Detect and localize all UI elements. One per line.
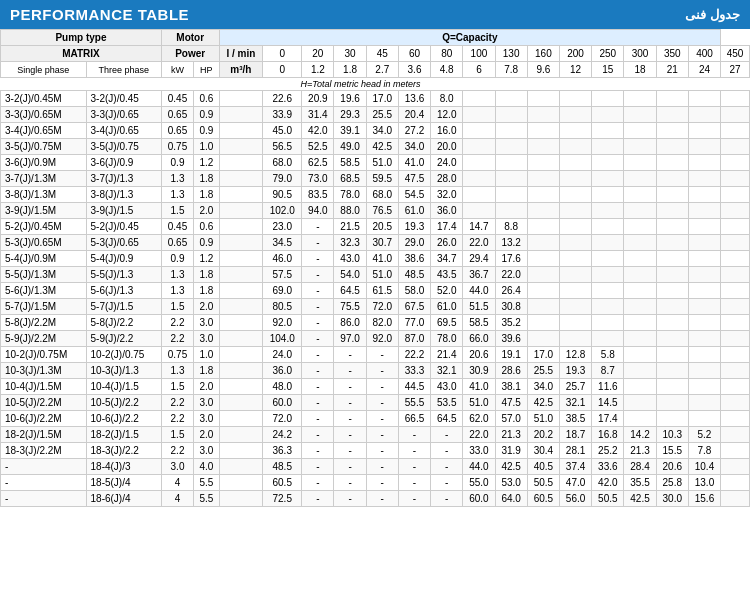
table-cell bbox=[656, 267, 688, 283]
table-cell: 94.0 bbox=[302, 203, 334, 219]
table-cell: 42.0 bbox=[302, 123, 334, 139]
table-cell: 62.5 bbox=[302, 155, 334, 171]
table-cell: 5-9(J)/2.2 bbox=[86, 331, 161, 347]
table-cell: 83.5 bbox=[302, 187, 334, 203]
table-cell bbox=[559, 331, 591, 347]
table-cell: 3-6(J)/0.9M bbox=[1, 155, 87, 171]
m3-24: 24 bbox=[688, 62, 720, 78]
table-cell bbox=[495, 203, 527, 219]
table-cell: 20.5 bbox=[366, 219, 398, 235]
table-cell: 30.4 bbox=[527, 443, 559, 459]
table-cell: 30.7 bbox=[366, 235, 398, 251]
table-cell: 43.0 bbox=[334, 251, 366, 267]
matrix-label: MATRIX bbox=[1, 46, 162, 62]
table-cell: 50.5 bbox=[527, 475, 559, 491]
table-cell bbox=[559, 107, 591, 123]
table-cell: 0.65 bbox=[161, 107, 193, 123]
m3-0: 0 bbox=[263, 62, 302, 78]
header: PERFORMANCE TABLE جدول فنی bbox=[0, 0, 750, 29]
table-cell: 29.0 bbox=[398, 235, 430, 251]
table-cell: 13.6 bbox=[398, 91, 430, 107]
table-cell: 55.5 bbox=[398, 395, 430, 411]
table-cell bbox=[527, 123, 559, 139]
table-cell: 5.8 bbox=[592, 347, 624, 363]
table-cell bbox=[219, 219, 263, 235]
table-cell bbox=[624, 107, 656, 123]
table-cell: 5-7(J)/1.5 bbox=[86, 299, 161, 315]
table-cell: - bbox=[398, 427, 430, 443]
table-cell bbox=[219, 475, 263, 491]
table-cell bbox=[688, 171, 720, 187]
table-cell bbox=[721, 379, 750, 395]
table-cell bbox=[721, 123, 750, 139]
table-cell: 1.3 bbox=[161, 267, 193, 283]
table-cell: 0.65 bbox=[161, 123, 193, 139]
table-cell: 49.0 bbox=[334, 139, 366, 155]
table-cell: 15.5 bbox=[656, 443, 688, 459]
table-cell: 1.0 bbox=[194, 139, 219, 155]
table-cell: 19.6 bbox=[334, 91, 366, 107]
table-cell: 69.5 bbox=[431, 315, 463, 331]
table-cell: 1.8 bbox=[194, 283, 219, 299]
table-cell: 43.5 bbox=[431, 267, 463, 283]
table-cell: 42.5 bbox=[495, 459, 527, 475]
table-cell bbox=[688, 107, 720, 123]
table-cell bbox=[624, 203, 656, 219]
table-cell bbox=[495, 91, 527, 107]
table-cell bbox=[559, 91, 591, 107]
table-cell bbox=[592, 91, 624, 107]
table-cell bbox=[219, 363, 263, 379]
table-cell bbox=[624, 123, 656, 139]
table-cell: - bbox=[334, 459, 366, 475]
table-cell bbox=[592, 331, 624, 347]
table-cell: 69.0 bbox=[263, 283, 302, 299]
table-cell: 2.0 bbox=[194, 427, 219, 443]
table-cell: 78.0 bbox=[431, 331, 463, 347]
table-cell bbox=[688, 187, 720, 203]
table-cell: - bbox=[431, 443, 463, 459]
table-cell: 10-6(J)/2.2 bbox=[86, 411, 161, 427]
table-cell bbox=[495, 107, 527, 123]
table-cell: 48.5 bbox=[398, 267, 430, 283]
table-cell: 34.7 bbox=[431, 251, 463, 267]
table-cell: 36.0 bbox=[431, 203, 463, 219]
table-cell: 52.0 bbox=[431, 283, 463, 299]
flow-400: 400 bbox=[688, 46, 720, 62]
table-cell: 2.0 bbox=[194, 299, 219, 315]
table-cell bbox=[219, 155, 263, 171]
table-cell: 5-2(J)/0.45M bbox=[1, 219, 87, 235]
table-cell bbox=[624, 219, 656, 235]
table-cell bbox=[721, 283, 750, 299]
table-cell: 76.5 bbox=[366, 203, 398, 219]
flow-20: 20 bbox=[302, 46, 334, 62]
table-cell: 75.5 bbox=[334, 299, 366, 315]
table-cell: 3.0 bbox=[194, 411, 219, 427]
table-cell bbox=[219, 427, 263, 443]
table-cell: 61.5 bbox=[366, 283, 398, 299]
table-cell bbox=[656, 91, 688, 107]
table-cell: 38.5 bbox=[559, 411, 591, 427]
table-cell bbox=[656, 107, 688, 123]
table-cell bbox=[688, 315, 720, 331]
table-cell bbox=[592, 107, 624, 123]
table-cell: 2.2 bbox=[161, 443, 193, 459]
table-cell: - bbox=[302, 379, 334, 395]
table-cell: 18-5(J)/4 bbox=[86, 475, 161, 491]
table-cell bbox=[624, 411, 656, 427]
table-row: 5-9(J)/2.2M5-9(J)/2.22.23.0104.0-97.092.… bbox=[1, 331, 750, 347]
table-cell: 3-2(J)/0.45 bbox=[86, 91, 161, 107]
table-cell bbox=[592, 267, 624, 283]
table-cell: 42.0 bbox=[592, 475, 624, 491]
table-cell: 58.0 bbox=[398, 283, 430, 299]
table-cell bbox=[219, 331, 263, 347]
hp-label: HP bbox=[194, 62, 219, 78]
table-cell bbox=[527, 235, 559, 251]
table-cell: 25.8 bbox=[656, 475, 688, 491]
table-cell: 72.0 bbox=[366, 299, 398, 315]
m3-1.8: 1.8 bbox=[334, 62, 366, 78]
table-cell: 10-4(J)/1.5M bbox=[1, 379, 87, 395]
table-cell: 28.1 bbox=[559, 443, 591, 459]
table-cell: 34.0 bbox=[366, 123, 398, 139]
table-cell: 78.0 bbox=[334, 187, 366, 203]
table-cell: 24.2 bbox=[263, 427, 302, 443]
